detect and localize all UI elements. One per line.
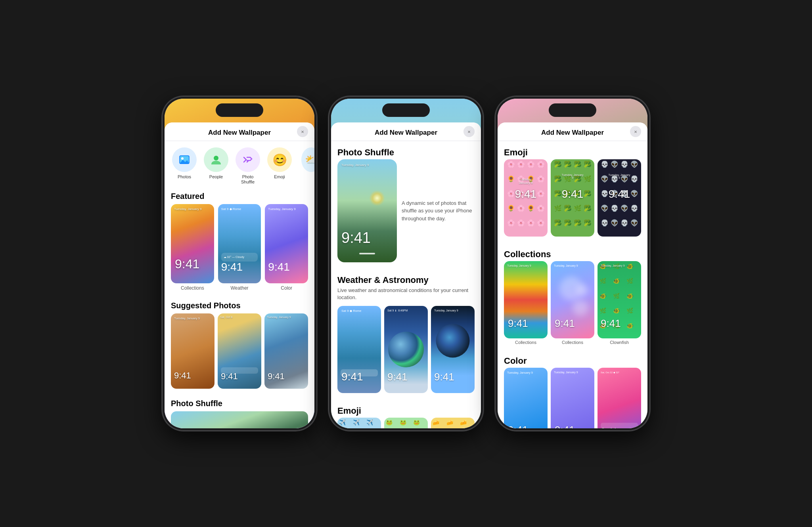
notch-1 xyxy=(216,103,263,117)
veggies-time: 9:41 xyxy=(562,188,584,200)
emoji-card-frogs[interactable]: 🐸🐸🐸 🐸🐸🐸 🐸🐸🐸 🐸🐸🐸 🐸🐸🐸 9:41 xyxy=(384,418,428,428)
p3-emoji-title: Emoji xyxy=(498,141,647,159)
shuffle-description-area: A dynamic set of photos that shuffle as … xyxy=(402,159,481,262)
modal-sheet-1: Add New Wallpaper × Photos xyxy=(165,122,314,428)
coll-labels: Collections Collections Clownfish xyxy=(498,340,647,349)
featured-weather-time: 9:41 xyxy=(221,261,243,273)
photo-shuffle-heading: Photo Shuffle xyxy=(165,395,314,411)
p2-emoji-row: ✈️✈️✈️ ☁️✈️☁️ ✈️✈️✈️ ☁️✈️☁️ ✈️✈️✈️ 9:41 … xyxy=(331,418,481,428)
wcard-time-2: 9:41 xyxy=(387,371,408,383)
skulls-time: 9:41 xyxy=(609,188,630,200)
color-pink-card[interactable]: Sat, Oct 22 ◆ 32° 9:41 xyxy=(598,368,641,428)
sun-flare xyxy=(369,190,385,206)
coll-bokeh-card[interactable]: Tuesday, January 9 9:41 xyxy=(551,261,594,338)
coll-clownfish-date: Tuesday, January 9 xyxy=(601,264,625,267)
modal-title-1: Add New Wallpaper xyxy=(208,129,271,137)
notch-2 xyxy=(382,103,430,117)
shuffle-icon-circle xyxy=(236,147,260,172)
coll-rainbow-time: 9:41 xyxy=(508,317,528,330)
emoji-card-planes[interactable]: ✈️✈️✈️ ☁️✈️☁️ ✈️✈️✈️ ☁️✈️☁️ ✈️✈️✈️ 9:41 xyxy=(337,418,381,428)
modal-sheet-2: Add New Wallpaper × Photo Shuffle Tuesda… xyxy=(331,122,481,428)
planes-tile: ✈️✈️✈️ ☁️✈️☁️ ✈️✈️✈️ ☁️✈️☁️ ✈️✈️✈️ xyxy=(337,418,381,428)
veggies-date: Tuesday, January 9 xyxy=(562,174,584,179)
p2-weather-row: Sat 9 ◆ Rome 9:41 Sat 9 🌡 8:46PM 9:41 Tu… xyxy=(331,306,481,399)
weather-card-featured[interactable]: Sat 9 ◆ Rome 9:41 ☁ 32° — Cloudy Weather xyxy=(218,204,261,291)
color-pink-date: Sat, Oct 22 ◆ 32° xyxy=(601,371,619,374)
photo-cliff[interactable]: Sat, Oct 8 9:41 xyxy=(218,313,261,389)
modal-header-1: Add New Wallpaper × xyxy=(165,122,314,141)
featured-weather-date: Sat 9 ◆ Rome xyxy=(221,207,241,211)
emoji-flowers-card[interactable]: 🌸🌸🌸🌸 🌻🌸🌻🌸 🌸🌸🌸🌸 🌻🌸🌻🌸 🌸🌸🌸🌸 Tuesday, Januar… xyxy=(504,159,548,237)
icon-row-1: Photos People Photo Shuffl xyxy=(165,141,314,188)
wcard-widget-1 xyxy=(341,369,378,376)
coll-bokeh-time: 9:41 xyxy=(555,317,575,330)
icon-item-photos[interactable]: Photos xyxy=(169,147,200,185)
close-button-1[interactable]: × xyxy=(297,126,308,137)
coll-bokeh-date: Tuesday, January 9 xyxy=(554,264,578,267)
modal-content-3[interactable]: Emoji 🌸🌸🌸🌸 🌻🌸🌻🌸 🌸🌸🌸🌸 🌻🌸🌻🌸 🌸🌸🌸🌸 xyxy=(498,141,647,428)
home-indicator-shuffle xyxy=(359,253,375,254)
close-button-2[interactable]: × xyxy=(463,126,475,137)
shuffle-desc: A dynamic set of photos that shuffle as … xyxy=(402,199,475,223)
color-card-featured[interactable]: Tuesday, January 9 9:41 Color xyxy=(265,204,308,291)
weather-card-2[interactable]: Sat 9 🌡 8:46PM 9:41 xyxy=(384,306,428,393)
photo-time-3: 9:41 xyxy=(268,371,285,382)
emoji-card-cheese[interactable]: 🧀🧀🧀 🧀🧀🧀 🧀🧀🧀 🧀🧀🧀 🧀🧀🧀 9:41 xyxy=(431,418,475,428)
modal-title-2: Add New Wallpaper xyxy=(375,129,437,137)
p2-shuffle-section: Tuesday, January 9 9:41 A dynamic set of… xyxy=(331,159,481,269)
wcard-date-3: Tuesday, January 9 xyxy=(434,309,458,312)
weather-card-1[interactable]: Sat 9 ◆ Rome 9:41 xyxy=(337,306,381,393)
photo-date-1: Tuesday, January 9 xyxy=(174,317,200,320)
suggested-heading: Suggested Photos xyxy=(165,297,314,313)
notch-3 xyxy=(549,103,596,117)
color-pink-widget xyxy=(601,423,638,428)
color-lav-date: Tuesday, January 9 xyxy=(554,371,578,374)
p3-color-title: Color xyxy=(498,349,647,368)
emoji-icon: 😊 xyxy=(272,153,287,167)
phone-2: Add New Wallpaper × Photo Shuffle Tuesda… xyxy=(329,96,483,431)
bokeh-2 xyxy=(573,300,588,316)
photo-coastal[interactable]: Tuesday, January 9 9:41 xyxy=(264,313,308,389)
collections-card[interactable]: Tuesday, January 9 9:41 Collections xyxy=(171,204,214,291)
phone-3: Add New Wallpaper × Emoji 🌸🌸🌸🌸 🌻🌸🌻🌸 🌸🌸🌸 xyxy=(495,96,650,431)
color-lavender-card[interactable]: Tuesday, January 9 9:41 xyxy=(551,368,594,428)
shuffle-card-date: Tuesday, January 9 xyxy=(341,163,369,167)
color-blue-time: 9:41 xyxy=(508,424,528,428)
coll-clownfish-time: 9:41 xyxy=(601,317,621,330)
emoji-skulls-card[interactable]: 💀👽💀👽 👽💀👽💀 💀👽💀👽 👽💀👽💀 💀👽💀👽 Tuesday, Januar… xyxy=(598,159,641,237)
icon-item-shuffle[interactable]: Photo Shuffle xyxy=(232,147,264,185)
photo-widget-2 xyxy=(221,367,258,374)
featured-color-time: 9:41 xyxy=(268,261,290,273)
p2-weather-title: Weather & Astronomy xyxy=(331,269,481,287)
people-label: People xyxy=(209,174,223,179)
close-button-3[interactable]: × xyxy=(630,126,641,137)
coll-clownfish-card[interactable]: 🐠🌿🐠 🌿🐠🌿 🐠🌿🐠 🌿🐠🌿 🐠🌿🐠 Tuesday, January 9 9… xyxy=(598,261,641,338)
p2-emoji-title: Emoji xyxy=(331,399,481,418)
flowers-date: Tuesday, January 9 xyxy=(515,178,537,185)
wcard-date-1: Sat 9 ◆ Rome xyxy=(341,309,361,313)
scene: Add New Wallpaper × Photos xyxy=(162,96,650,431)
modal-content-2[interactable]: Photo Shuffle Tuesday, January 9 9:41 A … xyxy=(331,141,481,428)
coll-label-3: Clownfish xyxy=(598,340,641,345)
modal-content-1[interactable]: Photos People Photo Shuffl xyxy=(165,141,314,428)
wcard-date-2: Sat 9 🌡 8:46PM xyxy=(387,309,408,312)
modal-title-3: Add New Wallpaper xyxy=(541,129,604,137)
photo-dog[interactable]: Tuesday, January 9 9:41 xyxy=(171,313,214,389)
modal-header-3: Add New Wallpaper × xyxy=(498,122,647,141)
emoji-veggies-card[interactable]: 🥦🥦🥦🥦 🥦🌿🥦🌿 🥦🥦🥦🥦 🌿🥦🌿🥦 🥦🥦🥦🥦 Tuesday, Januar… xyxy=(551,159,594,237)
shuffle-main-card[interactable]: Tuesday, January 9 9:41 xyxy=(337,159,397,262)
people-icon-circle xyxy=(204,147,228,172)
icon-item-people[interactable]: People xyxy=(200,147,232,185)
svg-point-2 xyxy=(181,157,184,160)
weather-card-3[interactable]: Tuesday, January 9 9:41 xyxy=(431,306,475,393)
coll-rainbow-date: Tuesday, January 9 xyxy=(507,264,531,267)
earth-visual xyxy=(388,332,424,367)
featured-time-1: 9:41 xyxy=(175,257,199,271)
color-blue-card[interactable]: Tuesday, January 9 9:41 xyxy=(504,368,548,428)
icon-item-weather[interactable]: ⛅ xyxy=(295,147,314,185)
featured-heading: Featured xyxy=(165,188,314,204)
coll-rainbow-card[interactable]: Tuesday, January 9 9:41 xyxy=(504,261,548,338)
weather-icon: ⛅ xyxy=(305,154,314,166)
icon-item-emoji[interactable]: 😊 Emoji xyxy=(264,147,295,185)
featured-label-2: Weather xyxy=(218,283,261,291)
